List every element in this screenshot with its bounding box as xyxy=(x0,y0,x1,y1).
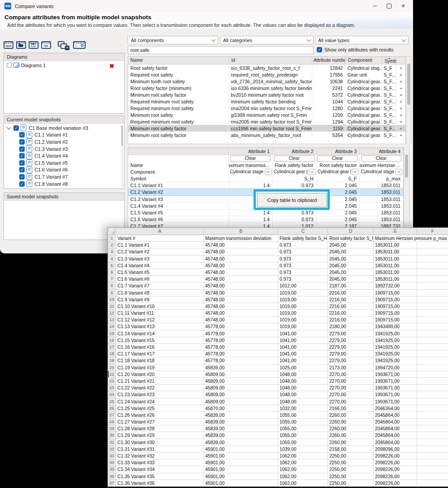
snapshot-item[interactable]: ✓⚙C1.2 Variant #2 xyxy=(4,138,124,146)
row-header[interactable]: 23 xyxy=(108,385,116,391)
cell[interactable] xyxy=(417,480,448,487)
row-header[interactable]: 29 xyxy=(108,425,116,432)
row-header[interactable]: 18 xyxy=(108,351,116,357)
cell[interactable]: 45809,00 xyxy=(204,378,278,385)
cell[interactable]: C1.23 Variant #23 xyxy=(116,391,204,398)
attribute-row[interactable]: Minimum root safetygl1998 minimum safety… xyxy=(128,111,405,118)
cell[interactable]: 45748,00 xyxy=(204,276,278,283)
cell[interactable]: C1.16 Variant #16 xyxy=(116,344,204,351)
cell[interactable]: 1019,00 xyxy=(278,317,328,323)
attribute4-header[interactable]: Attribute 4 xyxy=(359,148,403,154)
attribute-row[interactable]: Required root safetyrequired_root_safety… xyxy=(128,71,405,78)
cell[interactable]: 1941925,00 xyxy=(374,357,417,364)
add-attribute-button[interactable]: + xyxy=(396,78,405,85)
attribute-row[interactable]: Minimum root safety factorbv2010 minimum… xyxy=(128,91,405,98)
cell[interactable]: 1019,00 xyxy=(278,323,328,330)
cell[interactable]: C1.36 Variant #36 xyxy=(116,480,204,487)
cell[interactable]: C1.34 Variant #34 xyxy=(116,466,204,473)
cell[interactable]: 45901,00 xyxy=(204,453,278,459)
cell[interactable]: 1055,00 xyxy=(278,419,328,425)
row-header[interactable]: 11 xyxy=(108,303,116,310)
attribute-row[interactable]: Root safety factoriso_6336_safety_factor… xyxy=(128,64,405,71)
attributes-scrollbar-thumb[interactable] xyxy=(407,64,410,105)
attribute1-component[interactable]: Cylindrical stage [3] xyxy=(228,168,272,175)
cell[interactable]: C1.28 Variant #28 xyxy=(116,425,204,432)
attribute-row[interactable]: Required minimum root safetyrms2005 min … xyxy=(128,118,405,125)
cell[interactable]: 0.973 xyxy=(278,269,328,276)
cell[interactable]: 2216,00 xyxy=(328,296,374,303)
cell[interactable]: 2270,00 xyxy=(328,391,374,398)
cell[interactable]: 2216,00 xyxy=(328,317,374,323)
cell[interactable] xyxy=(417,248,448,255)
column-header-d[interactable]: D xyxy=(328,228,374,235)
cell[interactable]: 2158,00 xyxy=(328,446,374,453)
cell[interactable]: 1994720,00 xyxy=(374,364,417,371)
clear-attribute3-button[interactable]: Clear xyxy=(317,155,358,162)
row-header[interactable]: 1 xyxy=(108,235,116,242)
cell[interactable]: C1.2 Variant #2 xyxy=(116,248,204,255)
row-header[interactable]: 7 xyxy=(108,276,116,283)
cell[interactable] xyxy=(417,290,448,296)
cell[interactable]: C1.26 Variant #26 xyxy=(116,412,204,419)
snapshots-scrollbar-thumb[interactable] xyxy=(121,125,123,146)
cell[interactable]: C1.33 Variant #33 xyxy=(116,459,204,466)
copy-table-to-clipboard-button[interactable]: Copy table to clipboard xyxy=(257,193,327,207)
cell[interactable]: C1.18 Variant #18 xyxy=(116,357,204,364)
cell[interactable]: C1.30 Variant #30 xyxy=(116,439,204,446)
cell[interactable]: 1853011,00 xyxy=(374,262,417,269)
add-attribute-button[interactable]: + xyxy=(396,132,405,138)
row-header[interactable]: 22 xyxy=(108,378,116,385)
cell[interactable]: C1.9 Variant #9 xyxy=(116,296,204,303)
cell[interactable]: 1853011,00 xyxy=(374,242,417,248)
col-header-name[interactable]: Name xyxy=(128,57,229,64)
cell[interactable]: C1.24 Variant #24 xyxy=(116,398,204,405)
attribute3-header[interactable]: Attribute 3 xyxy=(316,148,360,154)
snapshots-scrollbar[interactable] xyxy=(121,124,123,187)
cell[interactable]: C1.31 Variant #31 xyxy=(116,446,204,453)
col-header-add[interactable] xyxy=(396,57,405,64)
cell[interactable]: 0.973 xyxy=(278,242,328,248)
cell[interactable]: 1048,00 xyxy=(278,391,328,398)
cell[interactable]: C1.25 Variant #25 xyxy=(116,405,204,412)
attribute-row[interactable]: Minimum root safety factorccs1996 min sa… xyxy=(128,125,405,132)
col-header-component[interactable]: Component xyxy=(345,57,382,64)
cell[interactable]: 1909715,00 xyxy=(374,310,417,317)
cell[interactable]: 1909715,00 xyxy=(374,290,417,296)
attribute-row[interactable]: Minimum tooth root safetyvdi_2736_2014_m… xyxy=(128,78,405,85)
cell[interactable]: 2216,00 xyxy=(328,290,374,296)
cell[interactable]: 0.973 xyxy=(278,262,328,269)
cell[interactable] xyxy=(417,391,448,398)
attribute2-header[interactable]: Attribute 2 xyxy=(272,148,316,154)
row-header[interactable]: 5 xyxy=(108,262,116,269)
row-header[interactable]: 15 xyxy=(108,330,116,337)
row-header[interactable]: 12 xyxy=(108,310,116,317)
snapshot-root-item[interactable]: ✓ ⚙ C1 Base model variation #3 xyxy=(4,124,124,132)
cell[interactable]: 2045864,00 xyxy=(374,425,417,432)
attribute-row[interactable]: Required minimum root safetyminimum safe… xyxy=(128,98,405,105)
snapshot-item[interactable]: ✓⚙C1.1 Variant #1 xyxy=(4,132,124,139)
row-header[interactable]: 9 xyxy=(108,290,116,296)
cell[interactable]: 2279,00 xyxy=(328,357,374,364)
cell[interactable]: 45748,00 xyxy=(204,310,278,317)
cell[interactable]: 1019,00 xyxy=(278,310,328,317)
row-header[interactable]: 19 xyxy=(108,357,116,364)
row-header[interactable]: 3 xyxy=(108,248,116,255)
close-button[interactable]: ✕ xyxy=(396,0,410,12)
cell[interactable]: 1062,00 xyxy=(278,473,328,480)
value-types-dropdown[interactable]: All value types xyxy=(315,36,409,44)
cell[interactable]: 45748,00 xyxy=(204,256,278,262)
cell[interactable] xyxy=(417,269,448,276)
cell[interactable] xyxy=(417,385,448,391)
snapshot-root-checkbox[interactable]: ✓ xyxy=(13,125,19,131)
cell[interactable] xyxy=(417,473,448,480)
cell[interactable]: 2045,00 xyxy=(328,256,374,262)
cell[interactable]: 1993671,00 xyxy=(374,398,417,405)
cell[interactable]: C1.29 Variant #29 xyxy=(116,432,204,439)
cell[interactable]: 2098096,00 xyxy=(374,446,417,453)
cell[interactable] xyxy=(417,276,448,283)
cell[interactable]: C1.21 Variant #21 xyxy=(116,378,204,385)
attribute-row[interactable]: Required minimum root safetyrina2004 min… xyxy=(128,105,405,111)
row-header[interactable]: 2 xyxy=(108,242,116,248)
row-header[interactable]: 32 xyxy=(108,446,116,453)
cell[interactable] xyxy=(417,432,448,439)
